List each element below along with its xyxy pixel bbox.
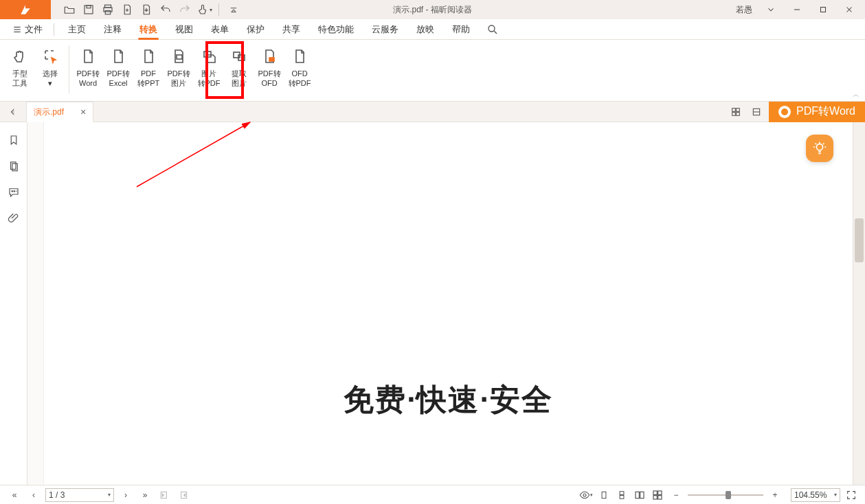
pdf-to-excel-button[interactable]: PDF转Excel: [104, 44, 133, 91]
pages-icon[interactable]: [5, 158, 22, 174]
app-logo[interactable]: [0, 0, 51, 19]
document-tabstrip: 演示.pdf × PDF转Word: [0, 102, 865, 122]
view-grid-icon[interactable]: [728, 104, 744, 120]
print-icon[interactable]: [99, 1, 117, 19]
collapse-ribbon-icon[interactable]: ︿: [853, 90, 860, 100]
doc-ppt-icon: [139, 47, 158, 66]
tab-home[interactable]: 主页: [60, 20, 94, 39]
maximize-button[interactable]: [811, 1, 835, 19]
view-list-icon[interactable]: [748, 104, 765, 120]
tab-form[interactable]: 表单: [203, 20, 237, 39]
canvas: 免费·快速·安全: [27, 122, 865, 485]
scrollbar-thumb[interactable]: [855, 218, 864, 262]
svg-rect-36: [658, 495, 662, 499]
doc-extract-icon[interactable]: [137, 1, 155, 19]
tab-feature[interactable]: 特色功能: [310, 20, 362, 39]
fullscreen-icon[interactable]: [844, 488, 858, 502]
continuous-facing-icon[interactable]: [651, 488, 664, 502]
first-page-button[interactable]: «: [7, 488, 22, 503]
single-page-icon[interactable]: [597, 488, 611, 502]
select-icon: [41, 47, 60, 66]
tab-present[interactable]: 放映: [408, 20, 442, 39]
banner-dot-icon: [778, 106, 791, 118]
search-icon[interactable]: [484, 21, 502, 38]
prev-page-button[interactable]: ‹: [26, 488, 41, 503]
pdf-page[interactable]: 免费·快速·安全: [44, 122, 853, 485]
username-label[interactable]: 若愚: [736, 4, 752, 16]
facing-icon[interactable]: [633, 488, 647, 502]
zoom-value-box[interactable]: 104.55% ▾: [791, 488, 840, 502]
attachment-icon[interactable]: [5, 210, 22, 227]
tab-view[interactable]: 视图: [167, 20, 201, 39]
quick-access-toolbar: ▾: [60, 1, 243, 19]
doc-add-icon[interactable]: [118, 1, 136, 19]
open-icon[interactable]: [60, 1, 78, 19]
zoom-dropdown-icon[interactable]: ▾: [834, 492, 837, 498]
svg-rect-29: [620, 491, 624, 494]
nav-fwd-icon[interactable]: [176, 488, 191, 503]
file-menu-label: 文件: [25, 23, 43, 36]
doc-image-icon: [169, 47, 188, 66]
save-icon[interactable]: [80, 1, 98, 19]
undo-icon[interactable]: [157, 1, 175, 19]
tab-cloud[interactable]: 云服务: [363, 20, 407, 39]
document-tab[interactable]: 演示.pdf ×: [26, 102, 93, 122]
ofd-doc-icon: [290, 47, 309, 66]
extract-image-button[interactable]: 提取图片: [225, 44, 254, 91]
tab-share[interactable]: 共享: [274, 20, 308, 39]
bookmark-icon[interactable]: [5, 132, 22, 148]
tab-close-icon[interactable]: ×: [80, 106, 86, 117]
touch-icon[interactable]: ▾: [195, 1, 213, 19]
svg-rect-30: [620, 495, 624, 499]
visibility-icon[interactable]: ▾: [579, 488, 593, 502]
select-tool-button[interactable]: 选择▾: [36, 44, 65, 91]
tab-help[interactable]: 帮助: [444, 20, 478, 39]
image-doc-icon: [199, 47, 218, 66]
zoom-slider[interactable]: [688, 494, 763, 496]
minimize-button[interactable]: [785, 1, 809, 19]
banner-label: PDF转Word: [796, 104, 855, 119]
page-gutter: [27, 122, 44, 485]
next-page-button[interactable]: ›: [118, 488, 133, 503]
pdf-to-word-button[interactable]: PDF转Word: [74, 44, 102, 91]
document-tab-label: 演示.pdf: [34, 106, 64, 118]
svg-point-27: [583, 494, 586, 496]
user-dropdown-icon[interactable]: [759, 1, 783, 19]
page-headline: 免费·快速·安全: [344, 380, 552, 420]
tab-annotate[interactable]: 注释: [96, 20, 130, 39]
tab-protect[interactable]: 保护: [238, 20, 273, 39]
ofd-to-pdf-button[interactable]: OFD转PDF: [285, 44, 314, 91]
image-to-pdf-button[interactable]: 图片转PDF: [194, 44, 223, 91]
close-button[interactable]: [838, 1, 861, 19]
zoom-in-button[interactable]: +: [767, 488, 783, 503]
last-page-button[interactable]: »: [137, 488, 153, 503]
svg-point-6: [488, 25, 495, 32]
svg-rect-13: [732, 108, 736, 111]
hand-tool-button[interactable]: 手型工具: [5, 44, 34, 91]
pdf-to-ofd-button[interactable]: PDF转OFD: [255, 44, 284, 91]
pdf-to-image-button[interactable]: PDF转图片: [164, 44, 193, 91]
vertical-scrollbar[interactable]: [853, 122, 865, 485]
comment-icon[interactable]: [5, 184, 22, 201]
pdf-to-ppt-button[interactable]: PDF转PPT: [134, 44, 163, 91]
continuous-icon[interactable]: [615, 488, 629, 502]
svg-point-21: [14, 191, 15, 192]
doc-ofd-icon: [260, 47, 279, 66]
page-number-box[interactable]: 1 / 3 ▾: [45, 488, 114, 502]
redo-icon[interactable]: [176, 1, 194, 19]
pdf-to-word-banner[interactable]: PDF转Word: [769, 102, 865, 122]
ribbon: 手型工具 选择▾ PDF转Word PDF转Excel PDF转PPT PDF转…: [0, 40, 865, 102]
doc-word-icon: [78, 47, 98, 66]
tab-convert[interactable]: 转换: [131, 20, 166, 39]
file-menu[interactable]: 文件: [7, 20, 48, 39]
qat-dropdown-icon[interactable]: [225, 1, 243, 19]
svg-rect-0: [85, 5, 93, 14]
tip-bulb-button[interactable]: [806, 135, 833, 162]
nav-back-icon[interactable]: [157, 488, 172, 503]
zoom-value-text: 104.55%: [794, 490, 827, 500]
hand-icon: [10, 47, 30, 66]
tabstrip-prev-icon[interactable]: [0, 102, 26, 122]
zoom-out-button[interactable]: −: [669, 488, 684, 503]
titlebar: ▾ 演示.pdf - 福昕阅读器 若愚: [0, 0, 865, 19]
page-dropdown-icon[interactable]: ▾: [108, 492, 111, 498]
